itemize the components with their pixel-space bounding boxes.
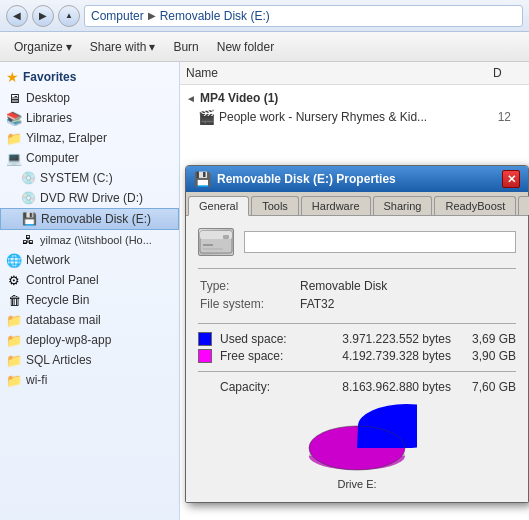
dialog-tabs: General Tools Hardware Sharing ReadyBoos… xyxy=(186,192,528,216)
used-color-box xyxy=(198,332,212,346)
properties-table: Type: Removable Disk File system: FAT32 xyxy=(198,277,516,313)
filesystem-value: FAT32 xyxy=(298,295,516,313)
type-label: Type: xyxy=(198,277,298,295)
capacity-label: Capacity: xyxy=(220,380,341,394)
type-row: Type: Removable Disk xyxy=(198,277,516,295)
divider-2 xyxy=(198,323,516,324)
free-label: Free space: xyxy=(220,349,341,363)
divider-3 xyxy=(198,371,516,372)
used-label: Used space: xyxy=(220,332,341,346)
pie-chart-area: Drive E: xyxy=(198,404,516,490)
free-space-row: Free space: 4.192.739.328 bytes 3,90 GB xyxy=(198,349,516,363)
drive-name-input[interactable] xyxy=(244,231,516,253)
capacity-bytes: 8.163.962.880 bytes xyxy=(341,380,451,394)
divider-1 xyxy=(198,268,516,269)
svg-rect-4 xyxy=(203,248,223,250)
tab-hardware[interactable]: Hardware xyxy=(301,196,371,215)
filesystem-row: File system: FAT32 xyxy=(198,295,516,313)
free-bytes: 4.192.739.328 bytes xyxy=(341,349,451,363)
tab-readyboost[interactable]: ReadyBoost xyxy=(434,196,516,215)
properties-dialog: 💾 Removable Disk (E:) Properties ✕ Gener… xyxy=(185,165,529,503)
capacity-row: Capacity: 8.163.962.880 bytes 7,60 GB xyxy=(198,380,516,394)
used-bytes: 3.971.223.552 bytes xyxy=(341,332,451,346)
dialog-title-content: 💾 Removable Disk (E:) Properties xyxy=(194,171,396,187)
drive-image xyxy=(198,228,234,256)
tab-sharing[interactable]: Sharing xyxy=(373,196,433,215)
used-gb: 3,69 GB xyxy=(471,332,516,346)
drive-e-label: Drive E: xyxy=(337,478,376,490)
dialog-overlay: 💾 Removable Disk (E:) Properties ✕ Gener… xyxy=(0,0,529,520)
dialog-close-button[interactable]: ✕ xyxy=(502,170,520,188)
tab-tools[interactable]: Tools xyxy=(251,196,299,215)
free-gb: 3,90 GB xyxy=(471,349,516,363)
dialog-title: Removable Disk (E:) Properties xyxy=(217,172,396,186)
free-color-box xyxy=(198,349,212,363)
pie-chart xyxy=(297,404,417,474)
explorer-window: ◀ ▶ ▲ Computer ▶ Removable Disk (E:) Org… xyxy=(0,0,529,520)
dialog-drive-icon: 💾 xyxy=(194,171,211,187)
used-space-row: Used space: 3.971.223.552 bytes 3,69 GB xyxy=(198,332,516,346)
capacity-gb: 7,60 GB xyxy=(471,380,516,394)
dialog-content: Type: Removable Disk File system: FAT32 … xyxy=(186,216,528,502)
svg-rect-3 xyxy=(203,244,213,246)
svg-rect-2 xyxy=(223,235,229,239)
tab-general[interactable]: General xyxy=(188,196,249,216)
tab-customize[interactable]: Customiz... xyxy=(518,196,529,215)
drive-icon-area xyxy=(198,228,516,256)
type-value: Removable Disk xyxy=(298,277,516,295)
filesystem-label: File system: xyxy=(198,295,298,313)
dialog-titlebar: 💾 Removable Disk (E:) Properties ✕ xyxy=(186,166,528,192)
